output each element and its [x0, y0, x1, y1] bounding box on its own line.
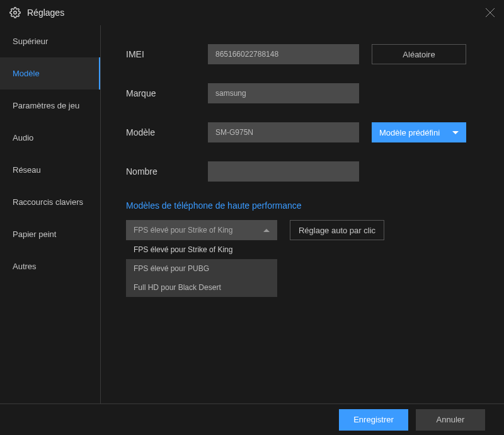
perf-dropdown-selected: FPS élevé pour Strike of King [134, 226, 232, 235]
perf-option-blackdesert[interactable]: Full HD pour Black Desert [126, 278, 277, 297]
close-icon[interactable] [486, 8, 495, 17]
imei-label: IMEI [126, 49, 208, 59]
imei-row: IMEI Aléatoire [126, 44, 479, 64]
sidebar-item-game-params[interactable]: Paramètres de jeu [0, 90, 100, 122]
sidebar-item-label: Paramètres de jeu [13, 101, 79, 110]
sidebar-item-superior[interactable]: Supérieur [0, 25, 100, 57]
perf-option-strike[interactable]: FPS élevé pour Strike of King [126, 240, 277, 259]
preset-model-dropdown[interactable]: Modèle prédéfini [372, 122, 466, 142]
sidebar-item-label: Autres [13, 262, 37, 271]
model-row: Modèle Modèle prédéfini [126, 122, 479, 142]
brand-row: Marque [126, 83, 479, 103]
sidebar-item-label: Audio [13, 133, 33, 142]
sidebar-item-label: Raccourcis claviers [13, 197, 83, 207]
sidebar-item-label: Supérieur [13, 37, 48, 46]
sidebar-item-others[interactable]: Autres [0, 250, 100, 282]
content: IMEI Aléatoire Marque Modèle Modèle préd… [101, 25, 504, 403]
header: Réglages [0, 0, 504, 25]
perf-dropdown-menu: FPS élevé pour Strike of King FPS élevé … [126, 240, 277, 297]
model-label: Modèle [126, 127, 208, 137]
save-button[interactable]: Enregistrer [339, 409, 408, 431]
chevron-down-icon [452, 131, 459, 134]
sidebar-item-label: Modèle [13, 69, 40, 78]
perf-option-pubg[interactable]: FPS élevé pour PUBG [126, 259, 277, 278]
main-container: Supérieur Modèle Paramètres de jeu Audio… [0, 25, 504, 403]
number-row: Nombre [126, 161, 479, 182]
preset-model-label: Modèle prédéfini [379, 128, 440, 137]
brand-label: Marque [126, 88, 208, 98]
brand-input[interactable] [208, 83, 359, 103]
imei-input[interactable] [208, 44, 359, 64]
sidebar-item-audio[interactable]: Audio [0, 122, 100, 154]
random-button[interactable]: Aléatoire [372, 44, 466, 64]
perf-dropdown-container: FPS élevé pour Strike of King FPS élevé … [126, 220, 479, 240]
sidebar-item-label: Papier peint [13, 229, 56, 239]
model-input[interactable] [208, 122, 359, 142]
number-label: Nombre [126, 166, 208, 177]
number-input[interactable] [208, 161, 359, 182]
auto-adjust-button[interactable]: Réglage auto par clic [290, 220, 384, 240]
perf-section-title: Modèles de téléphone de haute performanc… [126, 200, 479, 211]
sidebar: Supérieur Modèle Paramètres de jeu Audio… [0, 25, 101, 403]
cancel-button[interactable]: Annuler [416, 409, 485, 431]
sidebar-item-label: Réseau [13, 165, 41, 175]
chevron-up-icon [263, 229, 270, 232]
svg-point-0 [14, 11, 17, 14]
sidebar-item-model[interactable]: Modèle [0, 57, 100, 90]
sidebar-item-wallpaper[interactable]: Papier peint [0, 218, 100, 250]
window-title: Réglages [27, 8, 486, 18]
footer: Enregistrer Annuler [0, 403, 504, 435]
gear-icon [9, 7, 21, 18]
sidebar-item-shortcuts[interactable]: Raccourcis claviers [0, 186, 100, 218]
sidebar-item-network[interactable]: Réseau [0, 154, 100, 186]
perf-dropdown[interactable]: FPS élevé pour Strike of King [126, 220, 277, 240]
